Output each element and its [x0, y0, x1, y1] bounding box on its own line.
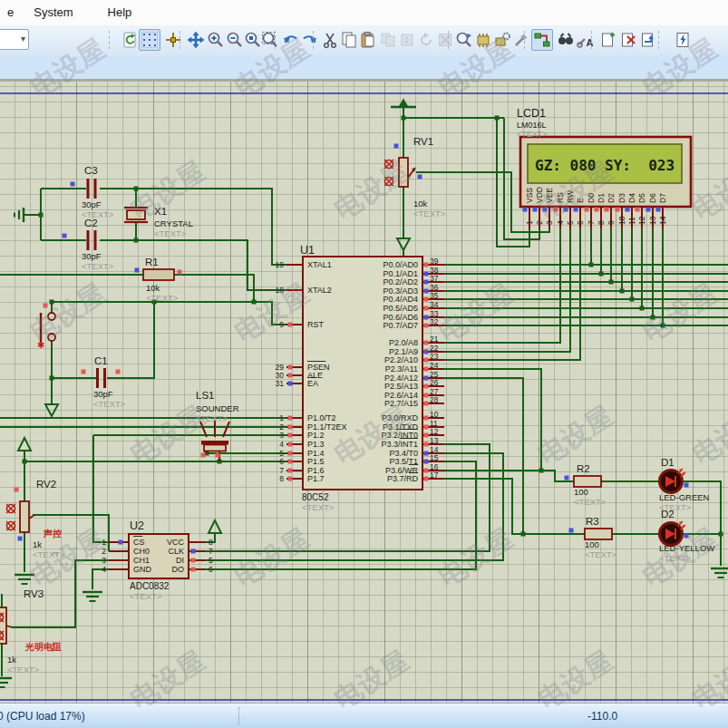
goto-sheet-icon[interactable] — [637, 29, 659, 51]
svg-text:8: 8 — [597, 220, 606, 225]
remove-sheet-icon[interactable] — [617, 29, 639, 51]
svg-text:U2: U2 — [130, 519, 144, 532]
svg-text:5: 5 — [209, 556, 213, 565]
svg-text:12: 12 — [430, 427, 439, 436]
svg-text:D1: D1 — [597, 193, 606, 203]
toolbar-separator — [180, 31, 180, 49]
svg-text:100: 100 — [585, 539, 599, 549]
svg-text:37: 37 — [430, 274, 439, 283]
svg-text:26: 26 — [430, 378, 439, 387]
svg-text:23: 23 — [430, 352, 439, 361]
toolbar-separator — [658, 31, 659, 49]
svg-text:2: 2 — [535, 220, 544, 225]
svg-text:CS: CS — [133, 538, 145, 547]
toolbar-separator — [109, 31, 110, 49]
svg-text:P0.7/AD7: P0.7/AD7 — [383, 321, 418, 330]
svg-text:8: 8 — [209, 538, 213, 547]
menu-item-system[interactable]: System — [28, 0, 78, 19]
grid-toggle-icon[interactable] — [139, 29, 160, 51]
svg-text:CH0: CH0 — [133, 547, 150, 556]
svg-text:12: 12 — [637, 216, 646, 225]
toolbar-separator — [313, 31, 314, 49]
svg-text:P2.0/A8: P2.0/A8 — [389, 338, 418, 347]
pan-icon[interactable] — [185, 29, 207, 51]
svg-text:XTAL1: XTAL1 — [307, 260, 332, 269]
svg-text:P3.7/RD: P3.7/RD — [387, 474, 419, 483]
svg-text:P0.2/AD2: P0.2/AD2 — [383, 277, 418, 286]
svg-text:XTAL2: XTAL2 — [307, 286, 332, 295]
svg-text:<TEXT>: <TEXT> — [154, 228, 187, 238]
svg-text:18: 18 — [276, 286, 285, 295]
svg-text:6: 6 — [209, 565, 213, 574]
cpu-load-status: 0 (CPU load 17%) — [0, 710, 85, 723]
svg-text:31: 31 — [276, 379, 285, 388]
svg-text:A: A — [587, 37, 594, 48]
svg-text:SOUNDER: SOUNDER — [196, 403, 239, 413]
menu-bar: eSystemHelp — [0, 0, 728, 26]
new-sheet-icon[interactable] — [597, 29, 619, 51]
decompose-icon[interactable] — [510, 29, 532, 51]
zoom-area-icon[interactable] — [259, 29, 281, 51]
svg-text:7: 7 — [587, 220, 596, 225]
svg-text:D3: D3 — [617, 193, 626, 203]
svg-text:35: 35 — [430, 291, 439, 300]
svg-text:CRYSTAL: CRYSTAL — [154, 218, 193, 228]
svg-text:VSS: VSS — [525, 188, 534, 203]
svg-text:3: 3 — [545, 220, 554, 225]
svg-text:<TEXT>: <TEXT> — [146, 293, 179, 303]
svg-text:P2.5/A13: P2.5/A13 — [384, 382, 418, 391]
svg-text:P0.4/AD4: P0.4/AD4 — [383, 295, 418, 304]
svg-text:<TEXT>: <TEXT> — [574, 497, 607, 507]
svg-text:<TEXT>: <TEXT> — [93, 399, 126, 409]
svg-text:P3.3/INT1: P3.3/INT1 — [381, 440, 418, 449]
svg-text:9: 9 — [607, 220, 616, 225]
svg-text:3: 3 — [279, 431, 284, 440]
svg-text:D2: D2 — [661, 509, 675, 519]
svg-text:声控: 声控 — [43, 529, 63, 539]
svg-text:<TEXT>: <TEXT> — [517, 130, 548, 139]
svg-text:<TEXT>: <TEXT> — [413, 209, 446, 218]
search-find-icon[interactable] — [555, 29, 577, 51]
schematic-canvas[interactable]: ✱19XTAL118XTAL29RST29PSEN30ALE31EA1P1.0/… — [0, 82, 728, 703]
svg-text:10: 10 — [617, 216, 626, 225]
svg-text:4: 4 — [556, 220, 565, 225]
svg-text:U1: U1 — [300, 244, 315, 257]
menu-item-e[interactable]: e — [2, 0, 19, 19]
menu-item-help[interactable]: Help — [102, 0, 138, 19]
svg-text:C2: C2 — [84, 218, 98, 228]
toolbar-separator — [524, 31, 525, 49]
svg-text:D4: D4 — [627, 193, 636, 203]
svg-text:C3: C3 — [84, 165, 98, 176]
svg-text:LM016L: LM016L — [517, 121, 547, 130]
svg-text:7: 7 — [209, 547, 213, 556]
svg-text:13: 13 — [430, 436, 439, 445]
schematic-content[interactable]: ✱19XTAL118XTAL29RST29PSEN30ALE31EA1P1.0/… — [0, 93, 728, 700]
svg-text:<TEXT>: <TEXT> — [7, 665, 40, 675]
refresh-sheet-icon[interactable] — [119, 29, 141, 51]
erc-icon[interactable] — [672, 29, 694, 51]
svg-text:32: 32 — [430, 317, 439, 326]
svg-text:✱: ✱ — [37, 340, 44, 350]
svg-text:RV1: RV1 — [413, 136, 433, 147]
svg-text:VDD: VDD — [535, 187, 544, 203]
svg-text:R3: R3 — [586, 516, 599, 527]
wire-autorouter-icon[interactable] — [531, 29, 553, 51]
svg-text:15: 15 — [430, 453, 439, 462]
svg-text:<TEXT>: <TEXT> — [33, 549, 65, 559]
svg-text:DI: DI — [176, 556, 184, 565]
paste-icon[interactable] — [357, 29, 379, 51]
toolbar-separator — [275, 31, 276, 49]
svg-text:LED-GREEN: LED-GREEN — [659, 492, 710, 502]
svg-text:LED-YELLOW: LED-YELLOW — [659, 543, 714, 553]
svg-text:30pF: 30pF — [82, 251, 102, 261]
svg-text:P3.0/RXD: P3.0/RXD — [382, 413, 419, 422]
origin-icon[interactable] — [162, 29, 184, 51]
svg-text:4: 4 — [279, 440, 284, 449]
svg-text:P2.2/A10: P2.2/A10 — [384, 355, 418, 364]
property-assignment-icon[interactable]: A — [575, 29, 597, 51]
svg-text:19: 19 — [276, 260, 285, 269]
redo-icon[interactable] — [298, 29, 320, 51]
layer-combobox[interactable]: ▾ — [0, 29, 29, 50]
svg-text:R2: R2 — [577, 463, 590, 474]
svg-text:17: 17 — [430, 471, 439, 480]
